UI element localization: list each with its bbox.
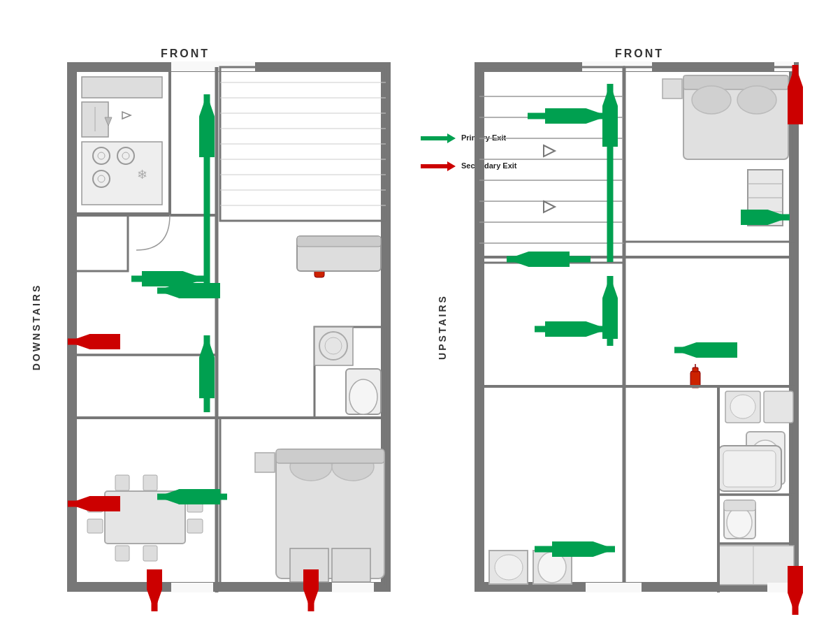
us-arrow-left-mid	[503, 252, 594, 267]
svg-rect-130	[724, 500, 755, 511]
svg-rect-34	[297, 236, 381, 247]
svg-marker-99	[544, 145, 555, 156]
svg-rect-122	[764, 391, 793, 423]
svg-rect-140	[586, 583, 642, 592]
upstairs-label: UPSTAIRS	[437, 294, 448, 360]
svg-rect-65	[332, 583, 374, 592]
svg-rect-138	[718, 546, 794, 585]
ds-red-down-bl	[147, 569, 162, 615]
us-arrow-right-mid	[741, 210, 797, 225]
ds-arrow-left-mid2	[154, 283, 224, 298]
svg-point-104	[692, 86, 731, 114]
svg-point-120	[730, 395, 755, 418]
svg-marker-9	[122, 112, 131, 119]
svg-rect-141	[767, 583, 788, 592]
svg-rect-136	[624, 386, 718, 587]
ds-arrow-left-lower	[154, 489, 231, 504]
downstairs-label: DOWNSTAIRS	[31, 284, 42, 371]
ds-arrow-up2	[199, 332, 215, 416]
ds-arrow-up-main	[199, 84, 215, 293]
ds-red-down-br	[303, 569, 319, 615]
svg-rect-113	[624, 257, 794, 386]
us-arrow-left-lower	[671, 342, 741, 358]
us-arrow-up-lower	[602, 272, 618, 349]
svg-marker-100	[544, 201, 555, 212]
svg-rect-51	[255, 453, 275, 472]
ds-red-left-mid	[64, 334, 120, 349]
ds-red-left-lower	[64, 496, 120, 511]
svg-point-37	[349, 379, 377, 414]
secondary-exit-arrow	[421, 161, 456, 172]
svg-point-129	[727, 507, 752, 538]
svg-rect-63	[143, 546, 157, 561]
svg-text:❄: ❄	[137, 168, 147, 182]
svg-point-135	[495, 555, 523, 580]
svg-rect-115	[693, 367, 698, 372]
downstairs-floor-plan: ❄	[66, 61, 391, 592]
svg-rect-64	[171, 583, 213, 592]
svg-rect-126	[723, 451, 776, 487]
us-arrow-right-lower	[531, 321, 615, 337]
svg-rect-103	[683, 75, 788, 89]
svg-rect-53	[332, 548, 370, 582]
svg-rect-106	[662, 79, 682, 99]
svg-rect-60	[115, 475, 129, 490]
upstairs-floor-plan	[474, 61, 799, 592]
upstairs-front-label: FRONT	[615, 48, 664, 60]
svg-rect-5	[82, 77, 162, 98]
primary-exit-arrow	[421, 133, 456, 144]
us-red-down-br	[788, 566, 803, 618]
svg-rect-57	[87, 519, 103, 533]
svg-rect-61	[143, 475, 157, 490]
us-arrow-up-main	[602, 80, 618, 265]
floor-plan-container: FRONT FRONT DOWNSTAIRS UPSTAIRS Primary …	[0, 0, 840, 626]
svg-rect-50	[276, 449, 384, 463]
svg-point-105	[737, 86, 776, 114]
us-red-up-top	[788, 61, 803, 124]
us-arrow-right-top	[524, 108, 615, 124]
downstairs-front-label: FRONT	[161, 48, 210, 60]
us-arrow-right-bottom	[531, 541, 622, 557]
svg-rect-59	[187, 519, 203, 533]
svg-marker-1	[421, 161, 456, 171]
svg-rect-45	[72, 215, 128, 271]
svg-marker-0	[421, 133, 456, 143]
svg-rect-62	[115, 546, 129, 561]
